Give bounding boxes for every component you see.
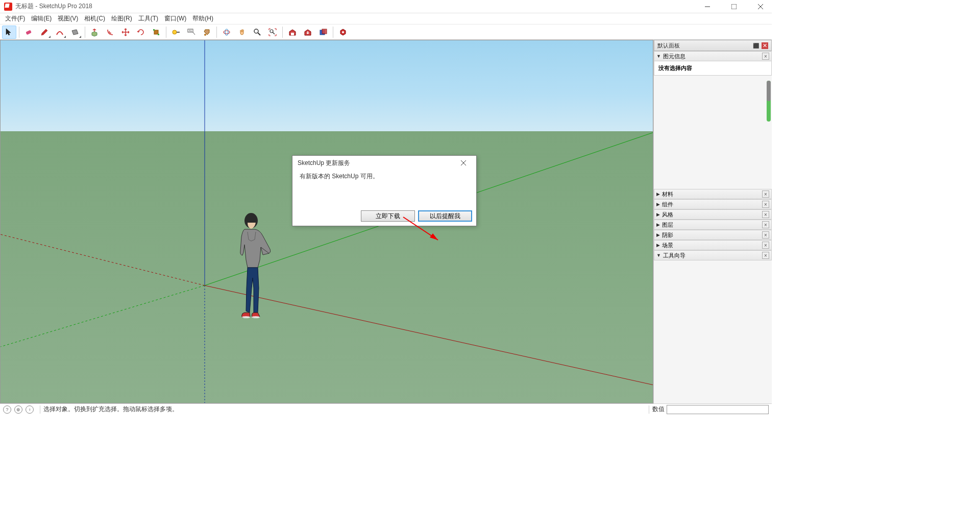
panel-header[interactable]: 默认面板 ⬛ ✕: [654, 40, 772, 51]
svg-point-11: [204, 34, 206, 36]
measurement-input[interactable]: [667, 405, 769, 414]
menu-draw[interactable]: 绘图(R): [108, 13, 135, 24]
svg-rect-1: [731, 4, 737, 9]
getmodels-tool-icon[interactable]: [301, 26, 315, 39]
status-separator: [649, 405, 649, 414]
dialog-buttons: 立即下载 以后提醒我: [292, 206, 476, 226]
status-hint: 选择对象。切换到扩充选择。拖动鼠标选择多项。: [43, 405, 178, 414]
scale-tool-icon[interactable]: [149, 26, 163, 39]
svg-line-23: [1, 285, 205, 347]
dialog-titlebar[interactable]: SketchUp 更新服务: [292, 156, 476, 170]
section-materials[interactable]: ▶材料×: [654, 189, 772, 199]
credits-icon[interactable]: ♀: [26, 405, 34, 414]
section-shadows[interactable]: ▶阴影×: [654, 230, 772, 240]
subpanel-close-icon[interactable]: ×: [762, 211, 769, 218]
entity-info-content: 没有选择内容: [658, 65, 692, 71]
pencil-tool-icon[interactable]: [37, 26, 52, 39]
close-button[interactable]: [753, 2, 768, 12]
svg-point-13: [225, 29, 228, 35]
select-tool-icon[interactable]: [2, 26, 16, 39]
svg-point-12: [224, 31, 230, 34]
zoom-tool-icon[interactable]: [250, 26, 264, 39]
entity-info-body: 没有选择内容: [654, 61, 772, 76]
subpanel-close-icon[interactable]: ×: [762, 201, 769, 208]
dialog-message: 有新版本的 SketchUp 可用。: [300, 173, 379, 180]
subpanel-close-icon[interactable]: ×: [762, 242, 769, 249]
menu-view[interactable]: 视图(V): [55, 13, 81, 24]
svg-rect-16: [291, 33, 294, 35]
entity-info-header[interactable]: ▼ 图元信息 ×: [654, 51, 772, 61]
geolocation-icon[interactable]: ⊕: [14, 405, 22, 414]
pushpull-tool-icon[interactable]: [88, 26, 102, 39]
section-instructor[interactable]: ▼工具向导×: [654, 250, 772, 260]
titlebar: 无标题 - SketchUp Pro 2018: [0, 0, 772, 13]
collapse-triangle-icon: ▼: [656, 54, 661, 59]
pin-icon[interactable]: ⬛: [751, 43, 761, 49]
svg-point-27: [242, 316, 250, 318]
subpanel-close-icon[interactable]: ×: [762, 231, 769, 238]
share-tool-icon[interactable]: [316, 26, 330, 39]
eraser-tool-icon[interactable]: [22, 26, 36, 39]
dialog-title: SketchUp 更新服务: [298, 159, 350, 168]
download-button[interactable]: 立即下载: [361, 210, 415, 222]
move-tool-icon[interactable]: [118, 26, 133, 39]
subpanel-close-icon[interactable]: ×: [762, 221, 769, 228]
svg-rect-18: [322, 29, 327, 34]
rectangle-tool-icon[interactable]: [68, 26, 82, 39]
side-panel: 默认面板 ⬛ ✕ ▼ 图元信息 × 没有选择内容 ▶材料× ▶组件× ▶风格× …: [653, 40, 772, 403]
offset-tool-icon[interactable]: [103, 26, 117, 39]
menu-help[interactable]: 帮助(H): [189, 13, 216, 24]
zoom-extents-tool-icon[interactable]: [265, 26, 280, 39]
section-components[interactable]: ▶组件×: [654, 199, 772, 209]
app-icon: [4, 3, 12, 11]
menu-window[interactable]: 窗口(W): [161, 13, 189, 24]
text-tool-icon[interactable]: A1: [184, 26, 199, 39]
menubar: 文件(F) 编辑(E) 视图(V) 相机(C) 绘图(R) 工具(T) 窗口(W…: [0, 13, 772, 25]
dialog-close-button[interactable]: [456, 157, 471, 169]
panel-spacer: [654, 76, 772, 189]
svg-rect-5: [154, 30, 158, 34]
remind-later-button[interactable]: 以后提醒我: [418, 210, 472, 222]
subpanel-close-icon[interactable]: ×: [762, 53, 769, 60]
panel-close-icon[interactable]: ✕: [762, 42, 768, 49]
svg-rect-4: [26, 30, 32, 35]
warehouse-tool-icon[interactable]: [285, 26, 300, 39]
arc-tool-icon[interactable]: [53, 26, 67, 39]
dialog-body: 有新版本的 SketchUp 可用。: [292, 170, 476, 206]
section-scenes[interactable]: ▶场景×: [654, 240, 772, 250]
svg-point-14: [254, 29, 258, 33]
svg-line-25: [1, 234, 205, 285]
svg-point-19: [342, 31, 344, 33]
pan-tool-icon[interactable]: [235, 26, 249, 39]
update-dialog: SketchUp 更新服务 有新版本的 SketchUp 可用。 立即下载 以后…: [292, 155, 477, 226]
maximize-button[interactable]: [727, 2, 741, 12]
person-figure[interactable]: [233, 211, 279, 326]
svg-rect-7: [158, 34, 159, 35]
menu-edit[interactable]: 编辑(E): [28, 13, 55, 24]
section-styles[interactable]: ▶风格×: [654, 209, 772, 220]
svg-text:A1: A1: [189, 29, 192, 32]
toolbar-separator: [333, 27, 333, 38]
subpanel-close-icon[interactable]: ×: [762, 252, 769, 259]
subpanel-close-icon[interactable]: ×: [762, 190, 769, 198]
help-icon[interactable]: ?: [3, 405, 11, 414]
statusbar: ? ⊕ ♀ 选择对象。切换到扩充选择。拖动鼠标选择多项。 数值: [0, 403, 772, 415]
toolbar-separator: [85, 27, 85, 38]
status-separator: [40, 405, 40, 414]
menu-camera[interactable]: 相机(C): [81, 13, 108, 24]
minimize-button[interactable]: [700, 2, 715, 12]
entity-info-title: 图元信息: [663, 53, 685, 60]
tape-tool-icon[interactable]: [169, 26, 183, 39]
orbit-tool-icon[interactable]: [219, 26, 234, 39]
svg-point-28: [252, 316, 260, 318]
menu-file[interactable]: 文件(F): [2, 13, 28, 24]
panel-title: 默认面板: [657, 42, 680, 50]
rotate-tool-icon[interactable]: [134, 26, 148, 39]
scroll-indicator[interactable]: [767, 81, 771, 101]
section-layers[interactable]: ▶图层×: [654, 220, 772, 230]
paint-tool-icon[interactable]: [200, 26, 214, 39]
panel-spacer: [654, 260, 772, 403]
menu-tools[interactable]: 工具(T): [135, 13, 161, 24]
extension-tool-icon[interactable]: [336, 26, 350, 39]
svg-rect-6: [153, 29, 155, 31]
